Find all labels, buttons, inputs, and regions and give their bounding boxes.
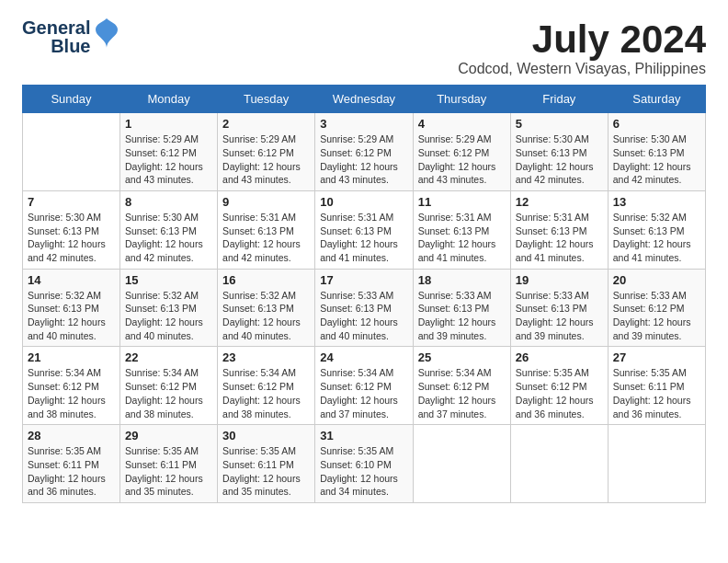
- day-number: 21: [28, 350, 115, 364]
- calendar-cell: 20Sunrise: 5:33 AMSunset: 6:12 PMDayligh…: [608, 269, 705, 347]
- day-info: Sunrise: 5:29 AMSunset: 6:12 PMDaylight:…: [320, 132, 407, 187]
- calendar-cell: 30Sunrise: 5:35 AMSunset: 6:11 PMDayligh…: [218, 425, 315, 503]
- day-number: 24: [320, 350, 407, 364]
- calendar-week-row: 21Sunrise: 5:34 AMSunset: 6:12 PMDayligh…: [23, 347, 706, 425]
- day-number: 20: [613, 273, 700, 287]
- day-number: 11: [418, 195, 506, 209]
- day-info: Sunrise: 5:35 AMSunset: 6:12 PMDaylight:…: [516, 366, 603, 420]
- day-number: 15: [125, 273, 212, 287]
- calendar-cell: 2Sunrise: 5:29 AMSunset: 6:12 PMDaylight…: [218, 113, 315, 191]
- calendar-cell: 29Sunrise: 5:35 AMSunset: 6:11 PMDayligh…: [120, 425, 218, 503]
- title-area: July 2024 Codcod, Western Visayas, Phili…: [458, 18, 706, 77]
- day-number: 26: [516, 350, 603, 364]
- page-header: General Blue July 2024 Codcod, Western V…: [22, 18, 706, 77]
- day-number: 12: [516, 195, 603, 209]
- calendar-cell: 27Sunrise: 5:35 AMSunset: 6:11 PMDayligh…: [608, 347, 705, 425]
- day-info: Sunrise: 5:35 AMSunset: 6:11 PMDaylight:…: [125, 444, 212, 499]
- calendar-cell: 25Sunrise: 5:34 AMSunset: 6:12 PMDayligh…: [413, 347, 510, 425]
- day-number: 10: [320, 195, 407, 209]
- calendar-cell: 4Sunrise: 5:29 AMSunset: 6:12 PMDaylight…: [413, 113, 510, 191]
- day-info: Sunrise: 5:35 AMSunset: 6:11 PMDaylight:…: [28, 444, 115, 499]
- weekday-header-friday: Friday: [510, 86, 608, 113]
- day-info: Sunrise: 5:35 AMSunset: 6:11 PMDaylight:…: [613, 366, 700, 420]
- calendar-cell: 23Sunrise: 5:34 AMSunset: 6:12 PMDayligh…: [218, 347, 315, 425]
- calendar-week-row: 1Sunrise: 5:29 AMSunset: 6:12 PMDaylight…: [23, 113, 706, 191]
- day-number: 6: [613, 117, 700, 131]
- day-info: Sunrise: 5:32 AMSunset: 6:13 PMDaylight:…: [125, 289, 212, 343]
- day-info: Sunrise: 5:32 AMSunset: 6:13 PMDaylight:…: [613, 211, 700, 265]
- calendar-cell: [608, 425, 705, 503]
- day-number: 29: [125, 429, 212, 442]
- day-info: Sunrise: 5:31 AMSunset: 6:13 PMDaylight:…: [516, 211, 603, 265]
- day-info: Sunrise: 5:30 AMSunset: 6:13 PMDaylight:…: [613, 132, 700, 187]
- calendar-cell: 19Sunrise: 5:33 AMSunset: 6:13 PMDayligh…: [510, 269, 608, 347]
- location-subtitle: Codcod, Western Visayas, Philippines: [458, 61, 706, 77]
- day-number: 28: [28, 429, 115, 442]
- logo: General Blue: [22, 18, 119, 55]
- day-number: 7: [28, 195, 115, 209]
- day-number: 16: [222, 273, 310, 287]
- weekday-header-row: SundayMondayTuesdayWednesdayThursdayFrid…: [23, 86, 706, 113]
- day-info: Sunrise: 5:31 AMSunset: 6:13 PMDaylight:…: [320, 211, 407, 265]
- weekday-header-wednesday: Wednesday: [315, 86, 413, 113]
- day-number: 17: [320, 273, 407, 287]
- month-year-title: July 2024: [458, 18, 706, 61]
- calendar-cell: 11Sunrise: 5:31 AMSunset: 6:13 PMDayligh…: [413, 190, 510, 269]
- day-info: Sunrise: 5:34 AMSunset: 6:12 PMDaylight:…: [125, 366, 212, 420]
- day-info: Sunrise: 5:30 AMSunset: 6:13 PMDaylight:…: [516, 132, 603, 187]
- logo-bird-icon: [94, 17, 119, 53]
- day-info: Sunrise: 5:32 AMSunset: 6:13 PMDaylight:…: [28, 289, 115, 343]
- day-number: 22: [125, 350, 212, 364]
- calendar-cell: 22Sunrise: 5:34 AMSunset: 6:12 PMDayligh…: [120, 347, 218, 425]
- day-info: Sunrise: 5:31 AMSunset: 6:13 PMDaylight:…: [418, 211, 506, 265]
- calendar-cell: 18Sunrise: 5:33 AMSunset: 6:13 PMDayligh…: [413, 269, 510, 347]
- day-number: 23: [222, 350, 310, 364]
- calendar-cell: 10Sunrise: 5:31 AMSunset: 6:13 PMDayligh…: [315, 190, 413, 269]
- calendar-cell: 3Sunrise: 5:29 AMSunset: 6:12 PMDaylight…: [315, 113, 413, 191]
- calendar-cell: [510, 425, 608, 503]
- calendar-cell: 1Sunrise: 5:29 AMSunset: 6:12 PMDaylight…: [120, 113, 218, 191]
- calendar-cell: 8Sunrise: 5:30 AMSunset: 6:13 PMDaylight…: [120, 190, 218, 269]
- day-info: Sunrise: 5:32 AMSunset: 6:13 PMDaylight:…: [222, 289, 310, 343]
- day-number: 8: [125, 195, 212, 209]
- calendar-cell: 16Sunrise: 5:32 AMSunset: 6:13 PMDayligh…: [218, 269, 315, 347]
- calendar-week-row: 28Sunrise: 5:35 AMSunset: 6:11 PMDayligh…: [23, 425, 706, 503]
- day-info: Sunrise: 5:31 AMSunset: 6:13 PMDaylight:…: [222, 211, 310, 265]
- weekday-header-sunday: Sunday: [23, 86, 120, 113]
- day-info: Sunrise: 5:33 AMSunset: 6:12 PMDaylight:…: [613, 289, 700, 343]
- day-number: 31: [320, 429, 407, 442]
- day-info: Sunrise: 5:35 AMSunset: 6:10 PMDaylight:…: [320, 444, 407, 499]
- day-number: 3: [320, 117, 407, 131]
- day-number: 4: [418, 117, 506, 131]
- day-number: 14: [28, 273, 115, 287]
- day-info: Sunrise: 5:33 AMSunset: 6:13 PMDaylight:…: [516, 289, 603, 343]
- calendar-cell: 21Sunrise: 5:34 AMSunset: 6:12 PMDayligh…: [23, 347, 120, 425]
- day-number: 9: [222, 195, 310, 209]
- day-number: 18: [418, 273, 506, 287]
- calendar-cell: [23, 113, 120, 191]
- day-info: Sunrise: 5:33 AMSunset: 6:13 PMDaylight:…: [418, 289, 506, 343]
- weekday-header-thursday: Thursday: [413, 86, 510, 113]
- day-info: Sunrise: 5:34 AMSunset: 6:12 PMDaylight:…: [28, 366, 115, 420]
- day-number: 13: [613, 195, 700, 209]
- day-info: Sunrise: 5:34 AMSunset: 6:12 PMDaylight:…: [320, 366, 407, 420]
- day-number: 5: [516, 117, 603, 131]
- day-number: 25: [418, 350, 506, 364]
- day-number: 30: [222, 429, 310, 442]
- day-info: Sunrise: 5:30 AMSunset: 6:13 PMDaylight:…: [28, 211, 115, 265]
- calendar-cell: 7Sunrise: 5:30 AMSunset: 6:13 PMDaylight…: [23, 190, 120, 269]
- weekday-header-saturday: Saturday: [608, 86, 705, 113]
- logo-text-blue: Blue: [51, 37, 90, 55]
- day-info: Sunrise: 5:29 AMSunset: 6:12 PMDaylight:…: [125, 132, 212, 187]
- day-info: Sunrise: 5:30 AMSunset: 6:13 PMDaylight:…: [125, 211, 212, 265]
- calendar-cell: 12Sunrise: 5:31 AMSunset: 6:13 PMDayligh…: [510, 190, 608, 269]
- day-number: 2: [222, 117, 310, 131]
- calendar-cell: 24Sunrise: 5:34 AMSunset: 6:12 PMDayligh…: [315, 347, 413, 425]
- calendar-cell: 26Sunrise: 5:35 AMSunset: 6:12 PMDayligh…: [510, 347, 608, 425]
- day-info: Sunrise: 5:33 AMSunset: 6:13 PMDaylight:…: [320, 289, 407, 343]
- calendar-cell: 14Sunrise: 5:32 AMSunset: 6:13 PMDayligh…: [23, 269, 120, 347]
- day-info: Sunrise: 5:34 AMSunset: 6:12 PMDaylight:…: [222, 366, 310, 420]
- day-number: 19: [516, 273, 603, 287]
- weekday-header-tuesday: Tuesday: [218, 86, 315, 113]
- calendar-cell: 17Sunrise: 5:33 AMSunset: 6:13 PMDayligh…: [315, 269, 413, 347]
